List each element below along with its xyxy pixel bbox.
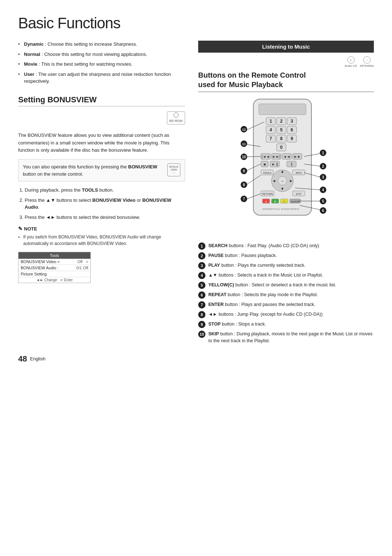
svg-text:11: 11 <box>242 142 246 146</box>
svg-text:3: 3 <box>291 119 293 124</box>
tools-row: BONUSVIEW Audio : 0/1 Off <box>19 265 90 271</box>
list-item: Dynamic : Choose this setting to increas… <box>18 41 185 48</box>
svg-text:5: 5 <box>280 127 283 132</box>
ann-text-7: ENTER button : Plays and pauses the sele… <box>208 301 374 308</box>
tools-row: BONUSVIEW Video < Off > <box>19 259 90 265</box>
svg-text:0: 0 <box>280 145 283 150</box>
listening-header: Listening to Music <box>198 41 374 53</box>
remote-svg: 1 2 3 4 5 6 7 8 <box>228 97 344 235</box>
remote-area: 1 2 3 4 5 6 7 8 <box>198 97 374 235</box>
ann-num-6: 6 <box>198 291 205 299</box>
svg-text:8: 8 <box>243 183 245 187</box>
disc-icon <box>173 113 179 118</box>
svg-text:8: 8 <box>280 136 283 141</box>
ann-num-7: 7 <box>198 301 205 308</box>
page-footer: 48 English <box>18 354 374 364</box>
disc-icons: ⊙ Audio CD ♪ MP3/WMA <box>198 56 374 68</box>
remote-section-title: Buttons on the Remote Controlused for Mu… <box>198 70 374 92</box>
svg-text:7: 7 <box>243 197 245 201</box>
annotation-8: 8 ◄► buttons : Jump Play. (except for Au… <box>198 311 374 318</box>
ann-text-1: SEARCH buttons : Fast Play. (Audio CD (C… <box>208 242 374 249</box>
step-2: Press the ▲▼ buttons to select BONUSVIEW… <box>25 197 185 211</box>
left-column: Dynamic : Choose this setting to increas… <box>18 41 185 347</box>
svg-text:INFO: INFO <box>296 172 302 174</box>
annotation-6: 6 REPEAT button : Selects the play mode … <box>198 291 374 299</box>
svg-text:4: 4 <box>322 188 324 192</box>
ann-num-2: 2 <box>198 252 205 259</box>
note-item: If you switch from BONUSVIEW Video, BONU… <box>18 234 185 247</box>
steps-section: During playback, press the TOOLS button.… <box>18 187 185 221</box>
info-box-text: You can also operate this function by pr… <box>23 163 164 177</box>
bonusview-body-text: The BONUSVIEW feature allows you to view… <box>18 132 185 154</box>
ann-text-10: SKIP button : During playback, moves to … <box>208 331 374 344</box>
svg-text:6: 6 <box>291 127 293 132</box>
svg-text:►►: ►► <box>294 155 301 159</box>
svg-text:C: C <box>283 200 285 203</box>
svg-text:►: ► <box>289 179 293 183</box>
svg-text:TOOLS: TOOLS <box>263 172 271 174</box>
svg-text:2: 2 <box>322 164 324 168</box>
audio-cd-icon: ⊙ Audio CD <box>345 56 357 68</box>
annotation-7: 7 ENTER button : Plays and pauses the se… <box>198 301 374 308</box>
svg-text:A: A <box>265 200 267 203</box>
setting-bonusview-title: Setting BONUSVIEW <box>18 95 185 106</box>
page-language: English <box>30 356 45 361</box>
svg-text:◄: ◄ <box>272 179 276 183</box>
svg-text:↵: ↵ <box>281 180 284 183</box>
svg-text:6: 6 <box>322 209 324 213</box>
bonusview-button-icon: BONUSVIEW☞ <box>167 163 180 176</box>
ann-text-6: REPEAT button : Selects the play mode in… <box>208 291 374 298</box>
svg-text:RETURN: RETURN <box>262 193 273 195</box>
ann-num-5: 5 <box>198 282 205 289</box>
ann-text-3: PLAY button : Plays the currently select… <box>208 262 374 269</box>
page-title: Basic Functions <box>18 15 374 32</box>
annotation-2: 2 PAUSE button : Pauses playback. <box>198 252 374 259</box>
svg-text:7: 7 <box>270 136 272 141</box>
list-item: Normal : Choose this setting for most vi… <box>18 51 185 58</box>
ann-num-3: 3 <box>198 262 205 269</box>
remote-control-diagram: 1 2 3 4 5 6 7 8 <box>228 97 344 235</box>
svg-text:5: 5 <box>322 199 324 203</box>
annotation-10: 10 SKIP button : During playback, moves … <box>198 331 374 344</box>
right-column: Listening to Music ⊙ Audio CD ♪ MP3/WMA … <box>198 41 374 347</box>
list-item: User : The user can adjust the sharpness… <box>18 71 185 85</box>
list-item: Movie : This is the best setting for wat… <box>18 61 185 68</box>
bullet-list: Dynamic : Choose this setting to increas… <box>18 41 185 85</box>
step-3: Press the ◄► buttons to select the desir… <box>25 214 185 221</box>
ann-text-9: STOP button : Stops a track. <box>208 321 374 328</box>
svg-text:‖: ‖ <box>291 162 293 166</box>
svg-text:■: ■ <box>264 162 266 166</box>
tools-row: Picture Setting <box>19 271 90 277</box>
svg-text:1: 1 <box>322 151 324 155</box>
annotation-9: 9 STOP button : Stops a track. <box>198 321 374 328</box>
svg-text:◄◄: ◄◄ <box>283 155 290 159</box>
annotation-1: 1 SEARCH buttons : Fast Play. (Audio CD … <box>198 242 374 250</box>
info-box: You can also operate this function by pr… <box>18 159 185 181</box>
annotation-5: 5 YELLOW(C) button : Select or deselect … <box>198 282 374 289</box>
ann-text-2: PAUSE button : Pauses playback. <box>208 252 374 259</box>
svg-text:4: 4 <box>270 127 272 132</box>
note-label: ✎ NOTE <box>18 226 185 232</box>
svg-text:9: 9 <box>243 169 245 173</box>
ann-num-1: 1 <box>198 242 205 250</box>
svg-text:3: 3 <box>322 175 324 179</box>
step-1: During playback, press the TOOLS button. <box>25 187 185 194</box>
page-number: 48 <box>18 354 27 364</box>
svg-text:2: 2 <box>280 119 283 124</box>
ann-num-10: 10 <box>198 331 205 338</box>
annotation-4: 4 ▲▼ buttons : Selects a track in the Mu… <box>198 272 374 279</box>
note-section: ✎ NOTE If you switch from BONUSVIEW Vide… <box>18 226 185 247</box>
svg-text:► ‖: ► ‖ <box>271 162 278 166</box>
svg-rect-1 <box>259 104 306 115</box>
annotations-section: 1 SEARCH buttons : Fast Play. (Audio CD … <box>198 242 374 344</box>
svg-text:12: 12 <box>242 128 246 131</box>
tools-table-header: Tools <box>19 252 90 259</box>
svg-text:INTERNET♦ FULL SCREEN REPEAT: INTERNET♦ FULL SCREEN REPEAT <box>262 208 299 210</box>
ann-text-8: ◄► buttons : Jump Play. (except for Audi… <box>208 311 374 318</box>
svg-text:▼: ▼ <box>281 187 285 191</box>
tools-table: Tools BONUSVIEW Video < Off > BONUSVIEW … <box>18 252 91 283</box>
mp3-wma-icon: ♪ MP3/WMA <box>360 56 374 68</box>
svg-text:►►|: ►►| <box>272 155 280 159</box>
svg-text:EXIT: EXIT <box>296 193 302 195</box>
ann-num-9: 9 <box>198 321 205 328</box>
